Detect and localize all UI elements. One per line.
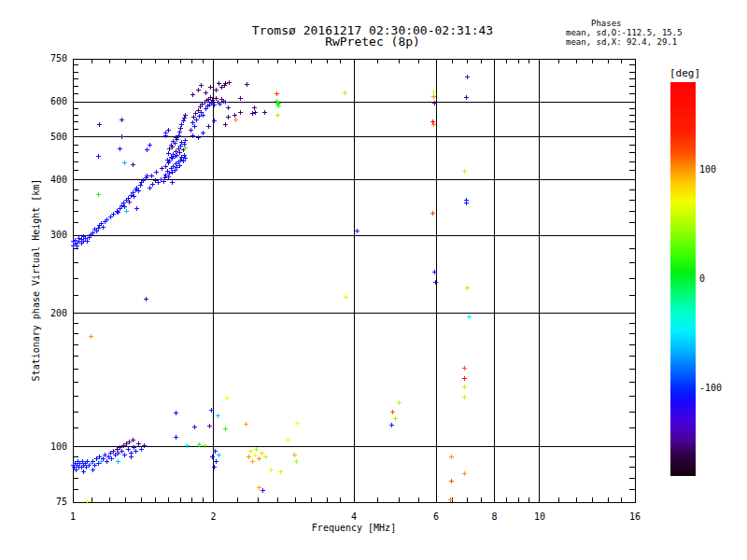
x-tick-label: 10 [534,511,545,522]
data-point [390,410,395,414]
y-tick-label: 75 [56,497,67,507]
data-point [170,180,175,185]
data-point [190,92,195,97]
data-point [223,122,228,127]
data-point [238,96,243,101]
data-point [174,435,178,440]
data-point [166,151,171,156]
data-point [91,468,95,472]
data-point [185,443,190,448]
data-point [105,459,109,464]
data-point [75,244,79,248]
ionogram-page: { "header": { "title": "Tromsø 20161217 … [0,0,747,560]
y-tick-label: 600 [50,96,67,106]
data-point [252,105,257,110]
data-point [449,479,454,483]
data-point [275,113,280,118]
y-tick-label: 400 [50,175,67,185]
data-point [216,413,220,418]
data-point [344,295,348,300]
data-point [190,133,195,138]
data-point [124,209,129,214]
data-point [109,456,114,461]
data-point [393,416,398,421]
data-point [217,81,221,86]
data-point [238,110,243,115]
data-point [145,147,149,152]
data-point [278,469,283,474]
data-point [89,334,93,339]
y-tick-label: 200 [50,308,67,318]
data-point [134,206,139,211]
data-point [343,91,347,95]
data-point [81,469,86,474]
data-point [126,447,131,452]
data-point [120,134,124,139]
data-point [223,427,228,431]
data-point [430,211,435,216]
data-point [462,169,467,174]
data-point [92,463,97,468]
data-point [433,280,438,285]
data-point [462,376,467,381]
data-point [199,83,204,88]
data-point [148,143,152,147]
data-point [233,113,237,118]
data-point [286,438,290,442]
data-point [163,131,168,135]
data-point [257,485,261,490]
data-point [465,286,470,290]
data-point [97,122,102,127]
y-tick-label: 100 [50,441,67,452]
data-point [96,154,101,159]
data-point [150,182,155,187]
data-point [206,124,211,129]
data-point [269,468,274,472]
data-point [467,315,472,319]
data-point [219,85,224,90]
data-point [129,455,134,459]
colorbar-tick-labels: 1000-100 [699,164,722,393]
data-point [389,423,394,427]
data-point [144,297,148,301]
y-tick-label: 500 [50,132,67,142]
data-point [111,212,116,217]
data-point [245,82,249,87]
colorbar-tick-label: 100 [699,164,716,175]
data-point [122,161,127,165]
data-point [214,88,218,92]
data-point [253,453,258,457]
data-point [233,118,238,122]
data-point [397,400,402,405]
data-point [131,162,135,167]
data-point [250,459,255,464]
data-point [262,110,267,115]
colorbar-tick-label: -100 [699,383,722,393]
data-point [192,425,197,429]
ionogram-chart: 124681016751002003004005006007501000-100 [0,0,747,560]
data-point [247,455,251,459]
data-point [207,424,212,428]
data-point [449,455,454,459]
data-point [160,166,164,171]
data-point [462,395,467,399]
data-point [120,118,124,122]
data-point [116,459,120,464]
data-point [85,499,90,504]
data-point [244,422,248,427]
data-point [196,135,201,140]
data-point [166,128,171,133]
x-tick-label: 6 [433,511,439,522]
data-point [226,105,231,110]
data-point [156,180,161,185]
data-point [201,131,205,135]
data-point [118,147,122,151]
data-point [261,488,265,493]
data-point [292,453,297,457]
data-point [108,451,113,455]
data-point [204,91,208,95]
grid-lines [73,59,635,502]
data-point [464,201,469,205]
data-point [295,421,300,426]
data-point [431,94,436,99]
